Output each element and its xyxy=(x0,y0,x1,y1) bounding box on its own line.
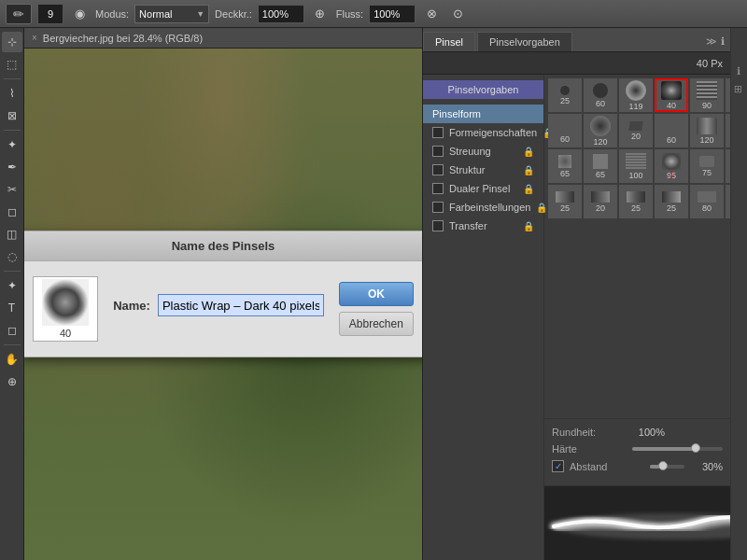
tab-pinselvorgaben[interactable]: Pinselvorgaben xyxy=(477,32,572,51)
brush-label-3: 40 xyxy=(667,101,676,110)
blur-tool[interactable]: ◌ xyxy=(2,246,22,267)
brush-size-input[interactable]: 9 xyxy=(37,4,63,24)
dialog-brush-preview: 40 xyxy=(33,276,98,342)
brush-preview-11 xyxy=(697,118,717,134)
brush-cell-3[interactable]: 40 xyxy=(655,78,688,112)
brush-tool-icon[interactable]: ✏ xyxy=(6,4,32,24)
brush-preview-1 xyxy=(593,83,608,98)
pen-pressure-icon[interactable]: ⊗ xyxy=(421,4,442,24)
dialog-ok-button[interactable]: OK xyxy=(339,282,414,306)
flow-input[interactable]: 100% xyxy=(369,5,416,23)
brush-cell-18[interactable]: 75 xyxy=(690,149,724,183)
brush-cell-22[interactable]: 20 xyxy=(584,185,617,218)
brush-cell-24[interactable]: 25 ↓ xyxy=(655,185,688,218)
brush-cell-0[interactable]: 25 xyxy=(548,78,582,112)
sidebar-item-streuung[interactable]: Streuung 🔒 xyxy=(423,142,543,161)
brush-label-8: 120 xyxy=(593,137,607,147)
spacing-label: Abstand xyxy=(570,461,644,472)
dialog-cancel-button[interactable]: Abbrechen xyxy=(339,312,414,336)
formeigenschaften-checkbox[interactable] xyxy=(432,127,444,138)
brush-preview-25 xyxy=(698,191,716,203)
brush-cell-7[interactable]: 60 xyxy=(548,114,582,147)
clone-stamp-icon[interactable]: ⊙ xyxy=(447,4,468,24)
sidebar-item-pinselform[interactable]: Pinselform xyxy=(423,105,543,123)
mode-dropdown[interactable]: Normal ▼ xyxy=(134,5,209,23)
spacing-slider[interactable] xyxy=(650,465,684,469)
brush-cell-5[interactable]: 65 xyxy=(726,78,730,112)
zoom-tool[interactable]: ⊕ xyxy=(2,371,22,392)
eraser-tool[interactable]: ◻ xyxy=(2,202,22,222)
brush-preview-21 xyxy=(556,191,574,203)
streuung-checkbox[interactable] xyxy=(432,146,444,157)
selection-tool[interactable]: ⊹ xyxy=(2,32,22,52)
sidebar-item-struktur[interactable]: Struktur 🔒 xyxy=(423,161,543,179)
brush-cell-9[interactable]: 20 xyxy=(619,114,653,147)
brush-cell-8[interactable]: 120 xyxy=(584,114,617,147)
brush-cell-19[interactable]: 75 xyxy=(726,149,730,183)
brush-label-18: 75 xyxy=(702,168,712,177)
brush-preview-24 xyxy=(662,191,681,203)
preset-button[interactable]: Pinselvorgaben xyxy=(423,80,543,99)
red-arrow: ↓ xyxy=(668,165,675,180)
type-tool[interactable]: T xyxy=(2,298,22,318)
airbrush-icon[interactable]: ⊕ xyxy=(310,4,331,24)
brush-label-0: 25 xyxy=(560,96,570,105)
clone-tool[interactable]: ✂ xyxy=(2,179,22,200)
brush-tool[interactable]: ✒ xyxy=(2,157,22,177)
tool-divider-4 xyxy=(4,344,21,345)
shape-tool[interactable]: ◻ xyxy=(2,320,22,341)
dualer-pinsel-checkbox[interactable] xyxy=(432,183,444,194)
brush-cell-1[interactable]: 60 xyxy=(584,78,617,112)
marquee-tool[interactable]: ⬚ xyxy=(2,54,22,75)
brush-preview-9 xyxy=(628,121,643,131)
sidebar-item-farbeinstellungen[interactable]: Farbeinstellungen 🔒 xyxy=(423,198,543,217)
lasso-tool[interactable]: ⌇ xyxy=(2,83,22,104)
tool-divider-2 xyxy=(4,130,21,131)
hardness-fill xyxy=(632,447,696,451)
hand-tool[interactable]: ✋ xyxy=(2,349,22,370)
brush-cell-21[interactable]: 25 xyxy=(548,185,582,218)
transfer-label: Transfer xyxy=(449,220,487,231)
brush-cell-11[interactable]: 120 xyxy=(690,114,724,147)
edge-icon-info[interactable]: ℹ xyxy=(733,65,745,77)
brush-preview-22 xyxy=(591,191,610,203)
brush-cell-4[interactable]: 90 xyxy=(690,78,724,112)
path-tool[interactable]: ✦ xyxy=(2,275,22,296)
brush-cell-25[interactable]: 80 xyxy=(690,185,724,218)
edge-icon-layers[interactable]: ⊞ xyxy=(733,85,745,93)
panel-info-icon[interactable]: ℹ xyxy=(721,35,725,48)
sidebar-item-formeigenschaften[interactable]: Formeigenschaften 🔒 xyxy=(423,123,543,142)
gradient-tool[interactable]: ◫ xyxy=(2,224,22,245)
transfer-checkbox[interactable] xyxy=(432,220,444,231)
brush-cell-12[interactable]: 110 xyxy=(726,114,730,147)
brush-cell-2[interactable]: 119 xyxy=(619,78,653,112)
brush-preview-4 xyxy=(697,81,717,100)
brush-label-7: 60 xyxy=(560,134,570,144)
brush-cell-23[interactable]: 25 xyxy=(619,185,653,218)
brush-cell-16[interactable]: 100 xyxy=(619,149,653,183)
brush-cell-15[interactable]: 65 xyxy=(584,149,617,183)
spacing-thumb[interactable] xyxy=(658,461,668,470)
brush-grid: 25 60 119 40 xyxy=(548,78,726,218)
hardness-slider[interactable] xyxy=(632,447,723,451)
farbeinstellungen-checkbox[interactable] xyxy=(432,202,444,213)
brush-cell-14[interactable]: 65 xyxy=(548,149,582,183)
brush-cell-10[interactable]: 60 xyxy=(655,114,688,147)
brush-preview-8 xyxy=(590,116,611,136)
brush-properties: Rundheit: 100% Härte ✓ Abstand xyxy=(544,418,730,485)
struktur-checkbox[interactable] xyxy=(432,164,444,175)
healing-brush-tool[interactable]: ✦ xyxy=(2,134,22,155)
spacing-checkbox[interactable]: ✓ xyxy=(552,460,564,472)
brush-preview-3 xyxy=(661,81,682,100)
spacing-row: ✓ Abstand 30% xyxy=(552,460,723,472)
brush-cell-26[interactable]: 80 xyxy=(726,185,730,218)
brush-preview-icon[interactable]: ◉ xyxy=(69,4,90,24)
dialog-name-input[interactable] xyxy=(158,294,324,316)
hardness-thumb[interactable] xyxy=(691,443,700,453)
opacity-input[interactable]: 100% xyxy=(258,5,304,23)
crop-tool[interactable]: ⊠ xyxy=(2,105,22,126)
sidebar-item-dualer-pinsel[interactable]: Dualer Pinsel 🔒 xyxy=(423,179,543,198)
tab-pinsel[interactable]: Pinsel xyxy=(423,32,475,51)
sidebar-item-transfer[interactable]: Transfer 🔒 xyxy=(423,217,543,235)
panel-menu-icon[interactable]: ≫ xyxy=(706,35,717,48)
